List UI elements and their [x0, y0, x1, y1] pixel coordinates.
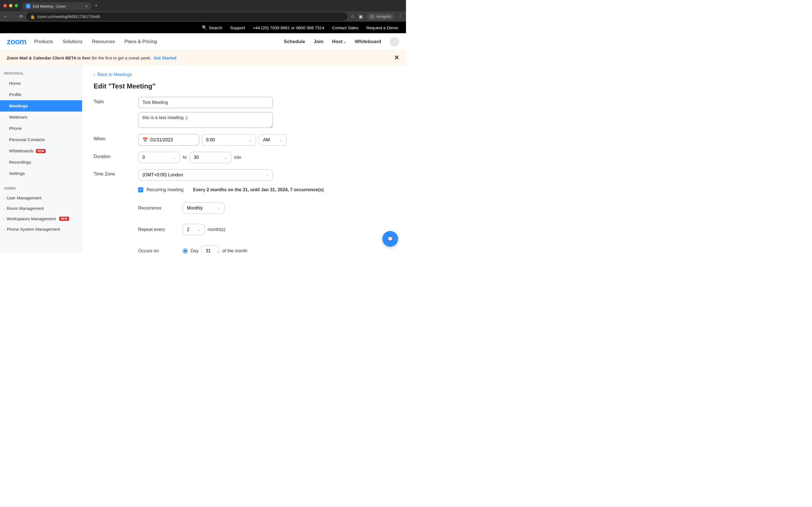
zoom-favicon: Z — [26, 4, 31, 8]
repeat-unit: month(s) — [207, 227, 225, 232]
help-chat-button[interactable]: 💬 — [382, 231, 398, 247]
banner-link[interactable]: Get Started — [154, 55, 176, 60]
nav-resources[interactable]: Resources — [92, 39, 115, 45]
calendar-icon: 📅 — [142, 137, 148, 143]
nav-schedule[interactable]: Schedule — [284, 39, 305, 45]
browser-tab[interactable]: Z Edit Meeting - Zoom ✕ — [22, 2, 91, 10]
chevron-down-icon: ⌄ — [216, 249, 219, 253]
sidebar-item-home[interactable]: Home — [0, 78, 82, 89]
occurs-day-radio[interactable] — [183, 248, 188, 253]
user-avatar[interactable] — [390, 37, 399, 47]
occurs-day-select[interactable]: 31 ⌄ — [201, 245, 219, 253]
incognito-badge[interactable]: Incognito — [367, 13, 394, 20]
timezone-label: Time Zone — [94, 169, 138, 177]
support-link[interactable]: Support — [230, 25, 245, 30]
topic-input[interactable] — [138, 97, 273, 108]
close-tab-icon[interactable]: ✕ — [85, 4, 88, 8]
chevron-left-icon: ‹ — [94, 72, 95, 77]
admin-room-management[interactable]: ›Room Management — [0, 203, 82, 214]
sidebar-item-settings[interactable]: Settings — [0, 168, 82, 179]
sidebar-item-contacts[interactable]: Personal Contacts — [0, 134, 82, 145]
chevron-right-icon: › — [4, 207, 5, 210]
chevron-right-icon: › — [4, 196, 5, 200]
occurs-on-label: Occurs on — [138, 248, 183, 253]
maximize-window-button[interactable] — [15, 4, 18, 7]
chevron-down-icon: ⌄ — [266, 173, 269, 177]
incognito-icon — [370, 14, 375, 19]
utility-nav: 🔍 Search Support +44 (20) 7039 8961 or 0… — [0, 22, 406, 33]
sidebar-item-webinars[interactable]: Webinars — [0, 112, 82, 123]
admin-user-management[interactable]: ›User Management — [0, 193, 82, 203]
nav-plans[interactable]: Plans & Pricing — [124, 39, 157, 45]
incognito-label: Incognito — [376, 14, 391, 18]
sidebar: PERSONAL Home Profile Meetings Webinars … — [0, 65, 82, 253]
new-badge: NEW — [59, 217, 69, 221]
request-demo-link[interactable]: Request a Demo — [366, 25, 398, 30]
nav-products[interactable]: Products — [34, 39, 53, 45]
chevron-down-icon: ⌄ — [280, 138, 282, 142]
nav-solutions[interactable]: Solutions — [63, 39, 82, 45]
admin-phone-system-management[interactable]: ›Phone System Management — [0, 224, 82, 234]
sidebar-section-personal: PERSONAL — [0, 69, 82, 78]
sidebar-item-profile[interactable]: Profile — [0, 89, 82, 100]
announcement-banner: Zoom Mail & Calendar Client BETA is live… — [0, 50, 406, 65]
occurs-suffix: of the month — [222, 248, 247, 253]
when-label: When — [94, 134, 138, 142]
duration-label: Duration — [94, 152, 138, 159]
sidebar-item-meetings[interactable]: Meetings — [0, 100, 82, 112]
main-panel: ‹ Back to Meetings Edit "Test Meeting" T… — [82, 65, 406, 253]
star-icon[interactable]: ☆ — [351, 14, 355, 19]
chevron-down-icon: ⌄ — [173, 156, 175, 159]
nav-join[interactable]: Join — [313, 39, 323, 45]
phone-number[interactable]: +44 (20) 7039 8961 or 0800 368 7314 — [253, 25, 324, 30]
zoom-logo[interactable]: zoom — [7, 37, 26, 46]
kebab-menu-icon[interactable]: ⋮ — [398, 14, 403, 19]
tab-title: Edit Meeting - Zoom — [33, 4, 66, 8]
banner-bold: Zoom Mail & Calendar Client BETA is live… — [7, 55, 91, 60]
back-to-meetings-link[interactable]: ‹ Back to Meetings — [94, 72, 395, 77]
recurring-checkbox[interactable]: ✓ — [138, 187, 143, 192]
chevron-down-icon: ⌄ — [249, 138, 252, 142]
search-icon: 🔍 — [202, 25, 207, 30]
timezone-select[interactable]: (GMT+0:00) London ⌄ — [138, 169, 273, 180]
url-text: zoom.us/meeting/84551734170/edit — [37, 14, 100, 19]
close-window-button[interactable] — [3, 4, 7, 7]
nav-whiteboard[interactable]: Whiteboard — [355, 39, 382, 45]
search-link[interactable]: 🔍 Search — [202, 25, 222, 30]
new-tab-button[interactable]: + — [95, 3, 98, 9]
recurrence-summary: Every 2 months on the 31, until Jan 31, … — [193, 187, 324, 192]
reload-button[interactable]: ⟳ — [19, 14, 23, 19]
contact-sales-link[interactable]: Contact Sales — [332, 25, 358, 30]
sidebar-item-phone[interactable]: Phone — [0, 123, 82, 134]
forward-button[interactable]: → — [11, 14, 16, 19]
recurrence-select[interactable]: Monthly ⌄ — [183, 203, 224, 214]
extension-icon[interactable]: ▣ — [359, 14, 363, 19]
ampm-select[interactable]: AM ⌄ — [259, 134, 287, 146]
date-input[interactable]: 📅 01/31/2023 — [138, 134, 199, 146]
chevron-down-icon: ⌄ — [198, 228, 200, 231]
sidebar-item-whiteboards[interactable]: WhiteboardsNEW — [0, 145, 82, 157]
time-select[interactable]: 8:00 ⌄ — [202, 134, 256, 146]
banner-close-icon[interactable]: ✕ — [394, 54, 399, 61]
chevron-down-icon: ⌄ — [217, 206, 220, 210]
page-title: Edit "Test Meeting" — [94, 82, 395, 90]
minimize-window-button[interactable] — [9, 4, 12, 7]
nav-host[interactable]: Host — [332, 39, 346, 45]
window-controls — [3, 4, 18, 7]
repeat-every-select[interactable]: 2 ⌄ — [183, 224, 205, 235]
duration-hours-select[interactable]: 0 ⌄ — [138, 152, 180, 163]
new-badge: NEW — [36, 149, 46, 153]
description-textarea[interactable]: this is a test meeting :) — [138, 112, 273, 128]
address-bar[interactable]: 🔒 zoom.us/meeting/84551734170/edit — [26, 12, 347, 21]
topic-label: Topic — [94, 97, 138, 104]
main-nav: zoom Products Solutions Resources Plans … — [0, 33, 406, 50]
duration-minutes-select[interactable]: 30 ⌄ — [190, 152, 231, 163]
browser-toolbar: ← → ⟳ 🔒 zoom.us/meeting/84551734170/edit… — [0, 11, 406, 22]
browser-tab-strip: Z Edit Meeting - Zoom ✕ + — [0, 0, 406, 11]
sidebar-section-admin: ADMIN — [0, 184, 82, 193]
chevron-right-icon: › — [4, 217, 5, 221]
sidebar-item-recordings[interactable]: Recordings — [0, 157, 82, 168]
banner-text: Be the first to get a sneak peek. — [92, 55, 153, 60]
back-button[interactable]: ← — [3, 14, 8, 19]
admin-workspaces-management[interactable]: ›Workspaces ManagementNEW — [0, 214, 82, 224]
